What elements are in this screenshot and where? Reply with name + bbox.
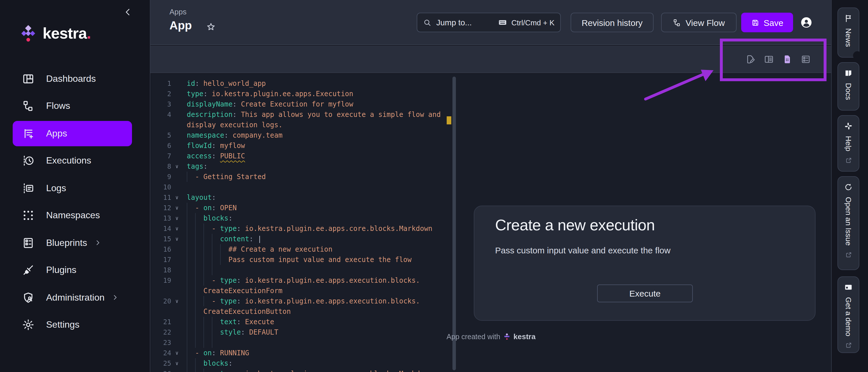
code-line-21[interactable]: 21text: Execute <box>151 317 462 327</box>
file-preview-icon[interactable] <box>782 54 793 65</box>
rail-item-docs[interactable]: Docs <box>837 62 859 110</box>
code-line-18[interactable]: 18 <box>151 265 462 275</box>
rail-item-help[interactable]: Help <box>837 115 859 172</box>
code-line-9[interactable]: 9- Getting Started <box>151 172 462 182</box>
code-token: : <box>237 225 245 233</box>
indent-guides <box>187 224 212 234</box>
fold-chevron-icon[interactable]: ∨ <box>171 226 183 232</box>
code-token: Getting Started <box>204 173 266 181</box>
line-number: 6 <box>151 142 171 150</box>
code-token: flowId <box>187 142 212 150</box>
editor-scrollbar[interactable] <box>453 77 456 370</box>
code-line-4[interactable]: 4description: This app allows you to exe… <box>151 109 462 120</box>
code-token: - <box>195 349 204 357</box>
line-number: 3 <box>151 100 171 108</box>
search-icon <box>423 18 432 27</box>
line-number: 1 <box>151 79 171 88</box>
indent-guides <box>187 348 195 358</box>
code-token: io.kestra.plugin.ee.apps.core.blocks.Mar… <box>245 370 432 372</box>
code-line-15[interactable]: 15∨content: | <box>151 234 462 244</box>
sidebar-item-blueprints[interactable]: Blueprints <box>13 230 132 256</box>
slack-icon <box>844 122 853 131</box>
code-line-wrap[interactable]: CreateExecutionForm <box>151 285 462 296</box>
favorite-star-icon[interactable] <box>206 22 216 32</box>
revision-history-button[interactable]: Revision history <box>570 13 654 32</box>
code-line-26[interactable]: 26- type: io.kestra.plugin.ee.apps.core.… <box>151 369 462 372</box>
fold-chevron-icon[interactable]: ∨ <box>171 215 183 221</box>
code-line-10[interactable]: 10 <box>151 182 462 192</box>
code-line-wrap[interactable]: display execution logs. <box>151 120 462 130</box>
code-line-14[interactable]: 14∨- type: io.kestra.plugin.ee.apps.core… <box>151 224 462 234</box>
sidebar-item-executions[interactable]: Executions <box>13 148 132 173</box>
code-line-6[interactable]: 6flowId: myflow <box>151 140 462 151</box>
page-title: App <box>169 19 192 32</box>
execute-button[interactable]: Execute <box>597 284 693 302</box>
line-number: 9 <box>151 173 171 181</box>
code-token: blocks <box>204 359 228 367</box>
form-grid-icon[interactable] <box>801 54 811 65</box>
demo-icon <box>844 283 853 292</box>
sidebar-nav: DashboardsFlowsAppsExecutionsLogsNamespa… <box>0 64 150 339</box>
code-token: : <box>212 142 220 150</box>
rail-item-open-an-issue[interactable]: Open an Issue <box>837 176 859 270</box>
code-line-5[interactable]: 5namespace: company.team <box>151 130 462 140</box>
sidebar-item-settings[interactable]: Settings <box>13 312 132 337</box>
fold-chevron-icon[interactable]: ∨ <box>171 298 183 304</box>
kestra-logo[interactable]: kestra. <box>20 24 91 43</box>
view-flow-button[interactable]: View Flow <box>661 13 737 32</box>
code-line-16[interactable]: 16## Create a new execution <box>151 244 462 255</box>
user-avatar[interactable] <box>801 17 811 28</box>
code-line-25[interactable]: 25∨blocks: <box>151 358 462 369</box>
collapse-sidebar-icon[interactable] <box>123 7 133 17</box>
code-token: RUNNING <box>220 349 249 357</box>
code-line-1[interactable]: 1id: hello_world_app <box>151 78 462 89</box>
code-line-24[interactable]: 24∨- on: RUNNING <box>151 348 462 358</box>
jump-to-search[interactable]: Jump to... Ctrl/Cmd + K <box>417 13 561 32</box>
line-number: 21 <box>151 318 171 326</box>
code-line-13[interactable]: 13∨blocks: <box>151 213 462 224</box>
code-line-17[interactable]: 17Pass custom input value and execute th… <box>151 255 462 265</box>
code-line-19[interactable]: 19- type: io.kestra.plugin.ee.apps.execu… <box>151 275 462 285</box>
sidebar-item-apps[interactable]: Apps <box>13 121 132 146</box>
sidebar-item-namespaces[interactable]: Namespaces <box>13 203 132 228</box>
code-line-7[interactable]: 7access: PUBLIC <box>151 151 462 161</box>
code-token: text <box>220 318 237 326</box>
code-token: on <box>204 204 212 212</box>
code-token: This app allows you to execute a simple … <box>241 110 441 119</box>
sidebar-item-plugins[interactable]: Plugins <box>13 258 132 283</box>
administration-icon <box>22 291 35 304</box>
rail-item-label: Help <box>844 136 853 151</box>
code-line-11[interactable]: 11∨layout: <box>151 192 462 203</box>
save-button[interactable]: Save <box>741 13 793 32</box>
sidebar-item-logs[interactable]: Logs <box>13 175 132 201</box>
code-line-wrap[interactable]: CreateExecutionButton <box>151 306 462 317</box>
code-line-8[interactable]: 8∨tags: <box>151 161 462 172</box>
code-token: tags <box>187 162 204 170</box>
sidebar-item-administration[interactable]: Administration <box>13 285 132 310</box>
breadcrumb[interactable]: Apps <box>169 7 186 16</box>
rail-item-label: Docs <box>844 83 853 100</box>
rail-item-get-a-demo[interactable]: Get a demo <box>837 276 859 353</box>
fold-chevron-icon[interactable]: ∨ <box>171 361 183 366</box>
fold-chevron-icon[interactable]: ∨ <box>171 164 183 169</box>
code-line-12[interactable]: 12∨- on: OPEN <box>151 203 462 213</box>
fold-chevron-icon[interactable]: ∨ <box>171 195 183 200</box>
right-rail: NewsDocsHelpOpen an IssueGet a demo <box>831 0 868 372</box>
fold-chevron-icon[interactable]: ∨ <box>171 205 183 211</box>
line-number: 7 <box>151 152 171 160</box>
code-editor[interactable]: 1id: hello_world_app2type: io.kestra.plu… <box>151 78 462 372</box>
fold-chevron-icon[interactable]: ∨ <box>171 350 183 356</box>
code-token: : <box>204 90 212 98</box>
line-number: 11 <box>151 194 171 202</box>
split-view-icon[interactable] <box>764 54 774 65</box>
code-line-2[interactable]: 2type: io.kestra.plugin.ee.apps.Executio… <box>151 89 462 99</box>
sidebar-item-flows[interactable]: Flows <box>13 93 132 119</box>
fold-chevron-icon[interactable]: ∨ <box>171 236 183 242</box>
code-token: OPEN <box>220 204 237 212</box>
code-token: layout <box>187 194 212 202</box>
code-line-20[interactable]: 20∨- type: io.kestra.plugin.ee.apps.exec… <box>151 296 462 306</box>
sidebar-item-dashboards[interactable]: Dashboards <box>13 66 132 91</box>
code-line-3[interactable]: 3displayName: Create Execution for myflo… <box>151 99 462 109</box>
file-edit-icon[interactable] <box>745 54 755 65</box>
rail-item-news[interactable]: News <box>837 7 859 58</box>
